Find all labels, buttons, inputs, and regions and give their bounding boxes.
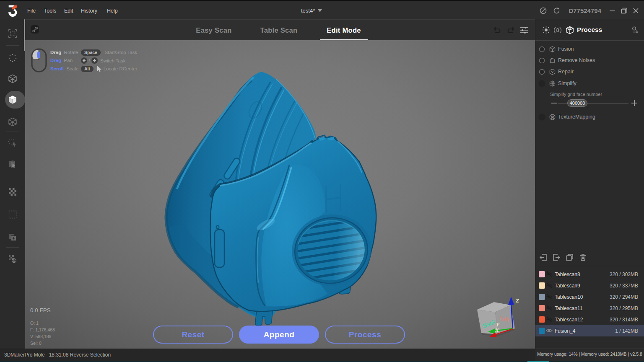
svg-text:X: X [495, 327, 499, 333]
svg-text:Z: Z [515, 297, 519, 304]
